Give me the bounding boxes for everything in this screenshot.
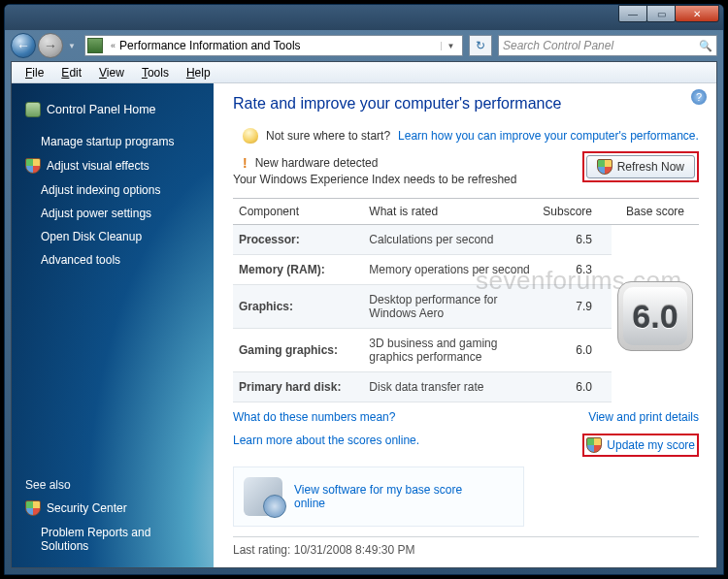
- breadcrumb-chevron[interactable]: «: [107, 41, 119, 50]
- menu-help[interactable]: Help: [179, 64, 218, 81]
- sidebar-item-startup[interactable]: Manage startup programs: [21, 130, 204, 153]
- col-subscore: Subscore: [537, 199, 612, 225]
- see-also-security-center[interactable]: Security Center: [21, 496, 204, 521]
- base-score-value: 6.0: [632, 298, 678, 336]
- nav-toolbar: ← → ▼ « Performance Information and Tool…: [5, 30, 723, 61]
- sidebar-item-power[interactable]: Adjust power settings: [21, 202, 204, 225]
- wei-table: Component What is rated Subscore Base sc…: [233, 198, 699, 402]
- maximize-button[interactable]: ▭: [646, 5, 676, 22]
- menu-edit[interactable]: Edit: [53, 64, 89, 81]
- main-content: ? Rate and improve your computer's perfo…: [214, 83, 716, 567]
- control-panel-icon: [87, 38, 103, 53]
- address-refresh-button[interactable]: ↻: [469, 35, 492, 56]
- software-suggestion-box: View software for my base score online: [233, 466, 524, 527]
- sidebar-item-visual-effects[interactable]: Adjust visual effects: [21, 153, 204, 178]
- close-button[interactable]: ✕: [675, 5, 719, 22]
- see-also-problem-reports[interactable]: Problem Reports and Solutions: [21, 521, 204, 558]
- col-component: Component: [233, 199, 363, 225]
- col-basescore: Base score: [612, 199, 699, 225]
- search-input[interactable]: Search Control Panel 🔍: [498, 35, 717, 56]
- menu-tools[interactable]: Tools: [134, 64, 177, 81]
- address-dropdown[interactable]: ▼: [441, 42, 460, 50]
- software-box-icon: [244, 477, 282, 516]
- learn-online-link[interactable]: Learn more about the scores online.: [233, 434, 419, 457]
- view-software-link[interactable]: View software for my base score online: [294, 483, 469, 510]
- refresh-now-button[interactable]: Refresh Now: [586, 155, 695, 178]
- hint-text: Not sure where to start?: [266, 129, 390, 143]
- minimize-button[interactable]: —: [618, 5, 647, 22]
- search-placeholder: Search Control Panel: [503, 39, 613, 52]
- address-bar[interactable]: « Performance Information and Tools ▼: [84, 35, 463, 56]
- titlebar: — ▭ ✕: [5, 5, 723, 30]
- refresh-now-highlight: Refresh Now: [582, 151, 699, 182]
- window-frame: — ▭ ✕ ← → ▼ « Performance Information an…: [4, 4, 724, 575]
- sidebar-item-advanced[interactable]: Advanced tools: [21, 248, 204, 272]
- breadcrumb-current[interactable]: Performance Information and Tools: [119, 39, 301, 52]
- sidebar-item-cleanup[interactable]: Open Disk Cleanup: [21, 225, 204, 248]
- see-also-heading: See also: [21, 474, 204, 496]
- what-numbers-link[interactable]: What do these numbers mean?: [233, 410, 395, 424]
- control-panel-home-link[interactable]: Control Panel Home: [21, 97, 204, 122]
- table-row: Processor: Calculations per second 6.5 6…: [233, 225, 699, 255]
- update-score-highlight: Update my score: [582, 434, 699, 457]
- lightbulb-icon: [243, 128, 258, 144]
- col-rated: What is rated: [363, 199, 537, 225]
- base-score-badge: 6.0: [617, 281, 693, 351]
- search-icon: 🔍: [699, 40, 712, 52]
- menu-view[interactable]: View: [91, 64, 132, 81]
- help-icon[interactable]: ?: [691, 89, 707, 105]
- nav-history-dropdown[interactable]: ▼: [65, 36, 79, 55]
- update-score-link[interactable]: Update my score: [607, 438, 695, 452]
- shield-icon: [586, 437, 602, 453]
- sidebar: Control Panel Home Manage startup progra…: [12, 83, 214, 567]
- hint-learn-link[interactable]: Learn how you can improve your computer'…: [398, 129, 699, 143]
- view-print-link[interactable]: View and print details: [588, 410, 699, 424]
- forward-button[interactable]: →: [38, 33, 63, 58]
- shield-icon: [597, 159, 612, 175]
- warning-icon: !: [243, 155, 248, 171]
- control-panel-icon: [25, 102, 41, 117]
- base-score-cell: 6.0: [612, 225, 699, 402]
- shield-icon: [25, 500, 41, 516]
- back-button[interactable]: ←: [11, 33, 36, 58]
- page-title: Rate and improve your computer's perform…: [233, 95, 699, 113]
- shield-icon: [25, 158, 41, 174]
- menubar: File Edit View Tools Help: [12, 62, 716, 83]
- hardware-detected-text: New hardware detected: [255, 156, 379, 170]
- last-rating: Last rating: 10/31/2008 8:49:30 PM: [233, 536, 699, 557]
- menu-file[interactable]: File: [17, 64, 51, 81]
- sidebar-item-indexing[interactable]: Adjust indexing options: [21, 178, 204, 202]
